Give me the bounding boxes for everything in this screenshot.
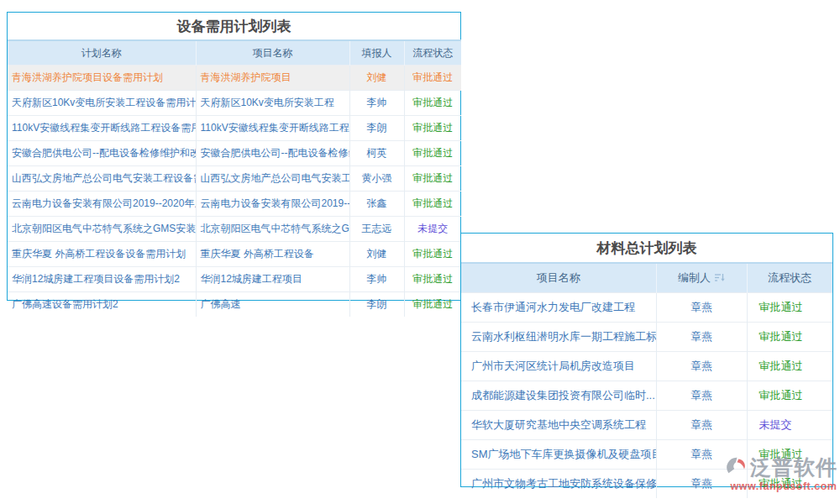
status-badge: 审批通过 xyxy=(404,66,461,91)
status-badge: 未提交 xyxy=(747,411,832,440)
status-badge: 未提交 xyxy=(404,217,461,242)
table-row[interactable]: 长春市伊通河水力发电厂改建工程章燕审批通过 xyxy=(461,293,832,323)
column-header-project-name: 项目名称 xyxy=(461,263,656,293)
table-row[interactable]: 青海洪湖养护院项目设备需用计划青海洪湖养护院项目刘健审批通过 xyxy=(8,66,461,91)
table-row[interactable]: 天府新区10Kv变电所安装工程设备需用计划天府新区10Kv变电所安装工程李帅审批… xyxy=(8,91,461,116)
plan-name-link[interactable]: 广佛高速设备需用计划2 xyxy=(8,292,196,318)
equipment-plan-panel: 设备需用计划列表 计划名称 项目名称 填报人 流程状态 青海洪湖养护院项目设备需… xyxy=(7,12,461,301)
column-header-filler: 填报人 xyxy=(349,40,404,66)
plan-name-link[interactable]: 青海洪湖养护院项目设备需用计划 xyxy=(8,66,196,91)
column-header-compiler[interactable]: 编制人 xyxy=(656,263,747,293)
project-name-link[interactable]: 广佛高速 xyxy=(196,292,349,318)
status-badge: 审批通过 xyxy=(404,292,461,318)
project-name-link[interactable]: SM广场地下车库更换摄像机及硬盘项目 xyxy=(461,440,656,470)
table-row[interactable]: 广州市文物考古工地安防系统设备保修章燕审批通过 xyxy=(461,470,832,499)
table-row[interactable]: 华润12城房建工程项目设备需用计划2华润12城房建工程项目李帅审批通过 xyxy=(8,267,461,292)
status-badge: 审批通过 xyxy=(404,166,461,192)
table-row[interactable]: 广州市天河区统计局机房改造项目章燕审批通过 xyxy=(461,352,832,381)
plan-name-link[interactable]: 北京朝阳区电气中芯特气系统之GMS安装设备... xyxy=(8,217,196,242)
compiler-name: 章燕 xyxy=(656,293,747,323)
project-name-link[interactable]: 安徽合肥供电公司--配电设备检修维... xyxy=(196,141,349,166)
filler-name: 李帅 xyxy=(349,91,404,116)
project-name-link[interactable]: 广州市文物考古工地安防系统设备保修 xyxy=(461,470,656,499)
project-name-link[interactable]: 广州市天河区统计局机房改造项目 xyxy=(461,352,656,381)
project-name-link[interactable]: 云南水利枢纽潜明水库一期工程施工标 xyxy=(461,323,656,352)
status-badge: 审批通过 xyxy=(404,91,461,116)
compiler-name: 章燕 xyxy=(656,323,747,352)
status-badge: 审批通过 xyxy=(404,141,461,166)
filler-name: 李朗 xyxy=(349,292,404,318)
plan-name-link[interactable]: 安徽合肥供电公司--配电设备检修维护和改造... xyxy=(8,141,196,166)
project-name-link[interactable]: 云南电力设备安装有限公司2019--2... xyxy=(196,192,349,217)
compiler-name: 章燕 xyxy=(656,352,747,381)
table-row[interactable]: 110kV安徽线程集变开断线路工程设备需用计划110kV安徽线程集变开断线路工程… xyxy=(8,116,461,141)
sort-icon[interactable] xyxy=(715,272,725,285)
table-row[interactable]: SM广场地下车库更换摄像机及硬盘项目章燕审批通过 xyxy=(461,440,832,470)
plan-name-link[interactable]: 山西弘文房地产总公司电气安装工程设备需用... xyxy=(8,166,196,192)
project-name-link[interactable]: 成都能源建设集团投资有限公司临时... xyxy=(461,381,656,411)
project-name-link[interactable]: 华软大厦研究基地中央空调系统工程 xyxy=(461,411,656,440)
filler-name: 李帅 xyxy=(349,267,404,292)
status-badge: 审批通过 xyxy=(747,440,832,470)
status-badge: 审批通过 xyxy=(404,267,461,292)
plan-name-link[interactable]: 华润12城房建工程项目设备需用计划2 xyxy=(8,267,196,292)
material-plan-panel: 材料总计划列表 项目名称 编制人 流程状态 长春市伊通河水力发电厂改建工程章燕审… xyxy=(460,233,833,487)
column-header-project-name: 项目名称 xyxy=(196,40,349,66)
table-row[interactable]: 华软大厦研究基地中央空调系统工程章燕未提交 xyxy=(461,411,832,440)
compiler-name: 章燕 xyxy=(656,381,747,411)
table-row[interactable]: 云南电力设备安装有限公司2019--2020年度劳...云南电力设备安装有限公司… xyxy=(8,192,461,217)
project-name-link[interactable]: 华润12城房建工程项目 xyxy=(196,267,349,292)
filler-name: 王志远 xyxy=(349,217,404,242)
table-row[interactable]: 重庆华夏 外高桥工程设备设备需用计划重庆华夏 外高桥工程设备刘健审批通过 xyxy=(8,242,461,267)
material-plan-table: 项目名称 编制人 流程状态 长春市伊通河水力发电厂改建工程章燕审批通过云南水利枢… xyxy=(461,262,832,498)
filler-name: 张鑫 xyxy=(349,192,404,217)
equipment-plan-table: 计划名称 项目名称 填报人 流程状态 青海洪湖养护院项目设备需用计划青海洪湖养护… xyxy=(8,39,461,317)
plan-name-link[interactable]: 天府新区10Kv变电所安装工程设备需用计划 xyxy=(8,91,196,116)
status-badge: 审批通过 xyxy=(747,470,832,499)
material-table-body: 长春市伊通河水力发电厂改建工程章燕审批通过云南水利枢纽潜明水库一期工程施工标章燕… xyxy=(461,293,832,499)
project-name-link[interactable]: 重庆华夏 外高桥工程设备 xyxy=(196,242,349,267)
table-row[interactable]: 安徽合肥供电公司--配电设备检修维护和改造...安徽合肥供电公司--配电设备检修… xyxy=(8,141,461,166)
material-panel-title: 材料总计划列表 xyxy=(461,234,832,262)
plan-name-link[interactable]: 云南电力设备安装有限公司2019--2020年度劳... xyxy=(8,192,196,217)
table-row[interactable]: 山西弘文房地产总公司电气安装工程设备需用...山西弘文房地产总公司电气安装工程黄… xyxy=(8,166,461,192)
project-name-link[interactable]: 山西弘文房地产总公司电气安装工程 xyxy=(196,166,349,192)
project-name-link[interactable]: 北京朝阳区电气中芯特气系统之GM... xyxy=(196,217,349,242)
filler-name: 柯英 xyxy=(349,141,404,166)
compiler-name: 章燕 xyxy=(656,411,747,440)
compiler-name: 章燕 xyxy=(656,470,747,499)
filler-name: 刘健 xyxy=(349,242,404,267)
status-badge: 审批通过 xyxy=(747,381,832,411)
equipment-table-body: 青海洪湖养护院项目设备需用计划青海洪湖养护院项目刘健审批通过天府新区10Kv变电… xyxy=(8,66,461,318)
column-header-compiler-label: 编制人 xyxy=(678,271,711,284)
compiler-name: 章燕 xyxy=(656,440,747,470)
filler-name: 黄小强 xyxy=(349,166,404,192)
table-row[interactable]: 广佛高速设备需用计划2广佛高速李朗审批通过 xyxy=(8,292,461,318)
project-name-link[interactable]: 天府新区10Kv变电所安装工程 xyxy=(196,91,349,116)
column-header-status: 流程状态 xyxy=(404,40,461,66)
column-header-status: 流程状态 xyxy=(747,263,832,293)
filler-name: 刘健 xyxy=(349,66,404,91)
status-badge: 审批通过 xyxy=(747,323,832,352)
table-row[interactable]: 云南水利枢纽潜明水库一期工程施工标章燕审批通过 xyxy=(461,323,832,352)
project-name-link[interactable]: 110kV安徽线程集变开断线路工程 xyxy=(196,116,349,141)
equipment-table-header-row: 计划名称 项目名称 填报人 流程状态 xyxy=(8,40,461,66)
status-badge: 审批通过 xyxy=(404,116,461,141)
table-row[interactable]: 北京朝阳区电气中芯特气系统之GMS安装设备...北京朝阳区电气中芯特气系统之GM… xyxy=(8,217,461,242)
status-badge: 审批通过 xyxy=(404,242,461,267)
table-row[interactable]: 成都能源建设集团投资有限公司临时...章燕审批通过 xyxy=(461,381,832,411)
material-table-header-row: 项目名称 编制人 流程状态 xyxy=(461,263,832,293)
equipment-panel-title: 设备需用计划列表 xyxy=(8,13,460,39)
column-header-plan-name: 计划名称 xyxy=(8,40,196,66)
filler-name: 李朗 xyxy=(349,116,404,141)
status-badge: 审批通过 xyxy=(747,293,832,323)
project-name-link[interactable]: 长春市伊通河水力发电厂改建工程 xyxy=(461,293,656,323)
project-name-link[interactable]: 青海洪湖养护院项目 xyxy=(196,66,349,91)
status-badge: 审批通过 xyxy=(747,352,832,381)
plan-name-link[interactable]: 重庆华夏 外高桥工程设备设备需用计划 xyxy=(8,242,196,267)
plan-name-link[interactable]: 110kV安徽线程集变开断线路工程设备需用计划 xyxy=(8,116,196,141)
status-badge: 审批通过 xyxy=(404,192,461,217)
